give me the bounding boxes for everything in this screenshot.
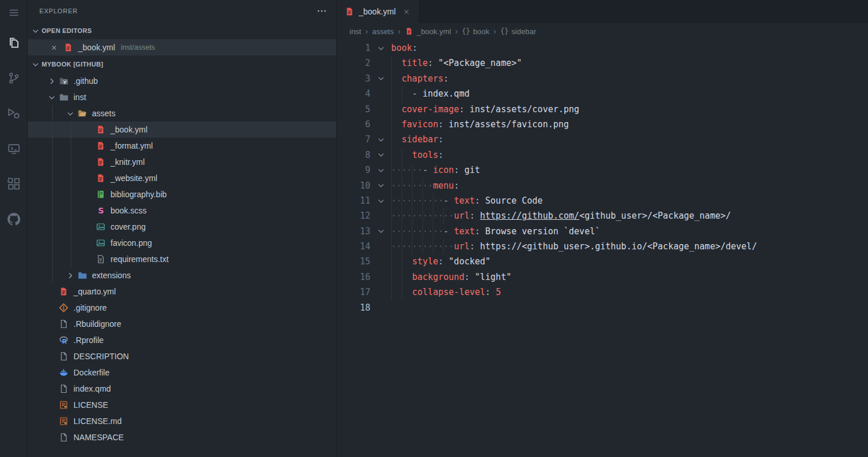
tree-item-LICENSE[interactable]: LICENSE (28, 397, 336, 413)
file-tree: .githubinstassets_book.yml_format.yml_kn… (28, 73, 336, 445)
indent-guide (422, 193, 423, 208)
breadcrumb-item-sidebar[interactable]: {}sidebar (500, 27, 536, 36)
remote-explorer-icon[interactable] (0, 135, 28, 163)
tree-item-label: LICENSE.md (73, 417, 122, 426)
tree-item-_format.yml[interactable]: _format.yml (28, 138, 336, 154)
fold-chevron-icon[interactable] (370, 40, 391, 56)
code-line-11[interactable]: 11··········- text: Source Code (337, 193, 868, 208)
tree-indent-guide (71, 121, 71, 267)
code-line-16[interactable]: 16 background: "light" (337, 270, 868, 285)
tree-item-book.scss[interactable]: Sbook.scss (28, 202, 336, 219)
tree-item-label: assets (92, 109, 115, 118)
tree-item-DESCRIPTION[interactable]: DESCRIPTION (28, 348, 336, 364)
tree-item-_website.yml[interactable]: _website.yml (28, 170, 336, 186)
code-line-14[interactable]: 14············url: https://<github_user>… (337, 239, 868, 254)
open-editor-item[interactable]: _book.ymlinst/assets (28, 39, 336, 56)
breadcrumb-item-book[interactable]: {}book (462, 27, 490, 36)
docker-icon (58, 367, 69, 378)
indent-guide (402, 239, 402, 254)
code-line-4[interactable]: 4 - index.qmd (337, 86, 868, 101)
explorer-icon[interactable] (0, 29, 28, 57)
project-section-header[interactable]: MYBOOK [GITHUB] (28, 56, 336, 73)
chevron-spacer (82, 139, 95, 152)
svg-text:S: S (98, 206, 104, 215)
code-line-1[interactable]: 1book: (337, 40, 868, 56)
open-editors-section-header[interactable]: OPEN EDITORS (28, 22, 336, 39)
tree-item-assets[interactable]: assets (28, 105, 336, 121)
fold-chevron-icon[interactable] (370, 193, 391, 208)
fold-chevron-icon[interactable] (370, 224, 391, 239)
tree-item-extensions[interactable]: extensions (28, 267, 336, 283)
code-line-15[interactable]: 15 style: "docked" (337, 254, 868, 269)
code-line-3[interactable]: 3 chapters: (337, 71, 868, 86)
tree-item-index.qmd[interactable]: index.qmd (28, 381, 336, 397)
line-number: 7 (337, 132, 370, 147)
indent-guide (391, 56, 392, 71)
breadcrumb-item-assets[interactable]: assets (372, 27, 394, 36)
breadcrumb-item-_book.yml[interactable]: _book.yml (404, 27, 451, 36)
code-editor[interactable]: 1book:2 title: "<Package_name>"3 chapter… (337, 39, 868, 457)
indent-guide (402, 86, 402, 101)
tree-item-NAMESPACE[interactable]: NAMESPACE (28, 429, 336, 445)
menu-icon[interactable] (0, 3, 28, 22)
code-line-12[interactable]: 12············url: https://github.com/<g… (337, 208, 868, 223)
tree-item-cover.png[interactable]: cover.png (28, 219, 336, 235)
code-line-5[interactable]: 5 cover-image: inst/assets/cover.png (337, 102, 868, 117)
source-control-icon[interactable] (0, 64, 28, 92)
fold-chevron-icon[interactable] (370, 148, 391, 163)
bib-icon (95, 189, 106, 200)
indent-guide (402, 163, 402, 178)
file-icon (58, 432, 69, 443)
github-icon[interactable] (0, 205, 28, 233)
file-icon (58, 383, 69, 395)
code-line-2[interactable]: 2 title: "<Package_name>" (337, 56, 868, 71)
code-line-17[interactable]: 17 collapse-level: 5 (337, 285, 868, 300)
breadcrumb: inst›assets›_book.yml›{}book›{}sidebar (337, 23, 868, 39)
line-number: 6 (337, 117, 370, 132)
code-line-7[interactable]: 7 sidebar: (337, 132, 868, 147)
fold-chevron-icon[interactable] (370, 163, 391, 178)
chevron-spacer (82, 156, 95, 168)
tree-item-.github[interactable]: .github (28, 73, 336, 89)
code-line-13[interactable]: 13··········- text: Browse version `deve… (337, 224, 868, 239)
fold-chevron-icon[interactable] (370, 132, 391, 147)
tree-item-.gitignore[interactable]: .gitignore (28, 300, 336, 316)
explorer-sidebar: EXPLORER OPEN EDITORS _book.ymlinst/asse… (28, 0, 337, 457)
tree-item-favicon.png[interactable]: favicon.png (28, 235, 336, 251)
breadcrumb-separator: › (494, 27, 496, 36)
tree-item-bibliography.bib[interactable]: bibliography.bib (28, 186, 336, 202)
tree-item-label: book.scss (111, 206, 146, 215)
chevron-spacer (82, 123, 95, 136)
tree-item-requirements.txt[interactable]: requirements.txt (28, 251, 336, 267)
tree-item-_quarto.yml[interactable]: _quarto.yml (28, 283, 336, 300)
code-line-9[interactable]: 9······- icon: git (337, 163, 868, 178)
code-line-18[interactable]: 18 (337, 300, 868, 315)
run-debug-icon[interactable] (0, 99, 28, 127)
yaml-icon (58, 286, 69, 297)
fold-spacer (370, 102, 391, 117)
tree-item-inst[interactable]: inst (28, 89, 336, 105)
breadcrumb-separator: › (365, 27, 368, 36)
breadcrumb-item-inst[interactable]: inst (350, 27, 361, 36)
yaml-icon (95, 124, 106, 135)
fold-chevron-icon[interactable] (370, 71, 391, 86)
tree-item-_knitr.yml[interactable]: _knitr.yml (28, 154, 336, 170)
code-line-6[interactable]: 6 favicon: inst/assets/favicon.png (337, 117, 868, 132)
fold-spacer (370, 208, 391, 223)
close-icon[interactable] (402, 6, 412, 17)
tree-item-.Rbuildignore[interactable]: .Rbuildignore (28, 316, 336, 332)
image-icon (95, 221, 106, 233)
tree-item-.Rprofile[interactable]: R.Rprofile (28, 332, 336, 348)
close-icon[interactable] (49, 42, 59, 53)
extensions-icon[interactable] (0, 170, 28, 198)
code-line-8[interactable]: 8 tools: (337, 148, 868, 163)
tree-item-label: bibliography.bib (111, 190, 167, 199)
indent-guide (391, 71, 392, 86)
tree-item-LICENSE.md[interactable]: LICENSE.md (28, 413, 336, 429)
tab-_book.yml[interactable]: _book.yml (337, 0, 420, 23)
fold-chevron-icon[interactable] (370, 178, 391, 193)
code-line-10[interactable]: 10········menu: (337, 178, 868, 193)
tree-item-Dockerfile[interactable]: Dockerfile (28, 364, 336, 381)
tree-item-_book.yml[interactable]: _book.yml (28, 121, 336, 138)
more-actions-icon[interactable] (317, 6, 327, 16)
